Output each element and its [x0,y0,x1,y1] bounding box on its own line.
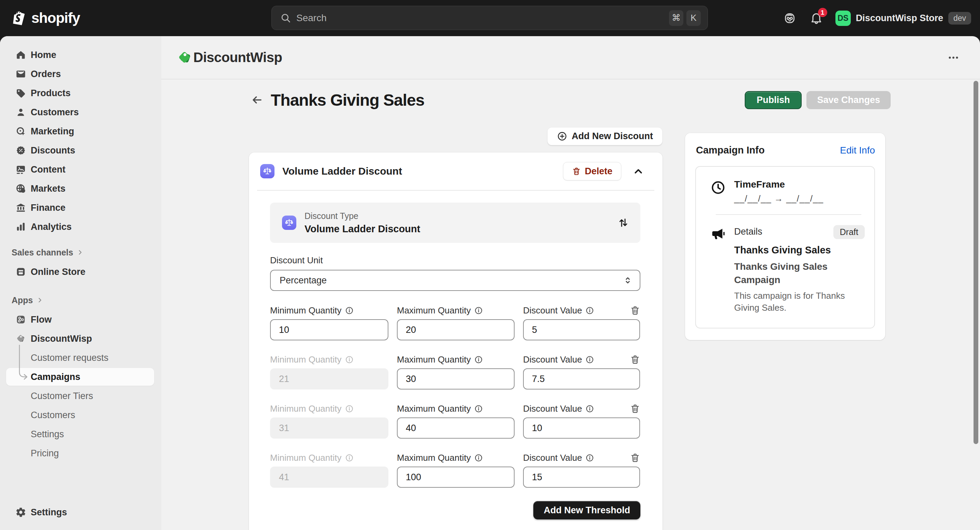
min-quantity-input[interactable] [270,319,388,341]
add-new-discount-button[interactable]: Add New Discount [547,127,663,145]
sidebar-item-finance[interactable]: Finance [0,198,161,217]
max-quantity-input[interactable] [397,368,515,390]
sidebar-item-customers[interactable]: Customers [0,103,161,122]
apps-header[interactable]: Apps [0,293,161,307]
publish-button[interactable]: Publish [745,91,802,109]
threshold-row: Minimum Quantity Maximum Quantity Discou… [270,452,640,488]
divider [716,214,861,215]
discount-card: Volume Ladder Discount Delete [249,153,663,530]
global-search[interactable]: ⌘ K [271,6,708,30]
sidebar-subitem-customer-tiers[interactable]: Customer Tiers [0,387,161,406]
max-quantity-field: Maximum Quantity [397,403,515,439]
shopify-wordmark: shopify [31,10,80,26]
sidebar-item-home[interactable]: Home [0,45,161,64]
discount-card-body: Discount Type Volume Ladder Discount Dis… [249,191,663,530]
sales-channels-header[interactable]: Sales channels [0,245,161,259]
sidebar-item-markets[interactable]: $ Markets [0,179,161,198]
sidebar-item-online-store[interactable]: Online Store [0,262,161,282]
info-icon [345,453,354,463]
discount-value-input[interactable] [523,319,640,341]
shopify-logo[interactable]: shopify [10,8,80,28]
trash-icon [572,167,581,176]
more-menu-button[interactable] [946,50,961,65]
app-title: DiscountWisp [193,50,282,65]
timeframe-value: __/__/__ → __/__/__ [734,193,865,204]
sidebar-main-nav: Home Orders Products Customers Marketing… [0,45,161,236]
vertical-scrollbar[interactable] [974,81,978,444]
flow-app-icon [15,314,26,325]
save-changes-button[interactable]: Save Changes [807,91,891,109]
main-content: DiscountWisp Thanks Giving Sales Publish… [161,36,980,530]
campaign-info-title: Campaign Info [696,145,765,156]
shopify-bag-icon [10,8,28,28]
max-quantity-field: Maximum Quantity [397,304,515,341]
tree-connector [17,345,32,381]
info-icon [585,355,594,364]
content-icon [15,164,26,175]
min-quantity-input [270,368,388,390]
sidebar-item-analytics[interactable]: Analytics [0,217,161,236]
page-title-row: Thanks Giving Sales Publish Save Changes [250,91,891,109]
threshold-rows: Minimum Quantity Maximum Quantity Discou… [270,304,640,488]
sidebar-item-flow[interactable]: Flow [0,310,161,329]
info-icon [474,306,483,315]
min-quantity-input [270,466,388,488]
swap-vertical-icon [617,217,629,229]
discount-value-input[interactable] [523,368,640,390]
status-badge: Draft [834,225,865,239]
min-quantity-input [270,417,388,439]
sidebar-item-orders[interactable]: Orders [0,64,161,84]
discountwisp-logo-icon [176,49,193,66]
campaign-info-panel: Campaign Info Edit Info TimeFrame __/__/… [685,133,885,340]
sidebar-settings-bottom: Settings [0,503,161,522]
sidebar-item-label: Orders [31,69,61,80]
delete-row-icon[interactable] [630,403,640,414]
notifications-button[interactable]: 1 [809,11,824,25]
threshold-row: Minimum Quantity Maximum Quantity Discou… [270,304,640,341]
delete-discount-button[interactable]: Delete [563,162,621,180]
account-menu[interactable]: DS DiscountWisp Store dev [835,11,971,26]
switch-type-button[interactable] [616,215,631,230]
search-input[interactable] [296,13,666,24]
discount-unit-value: Percentage [280,275,327,286]
max-quantity-input[interactable] [397,319,515,341]
target-cursor-icon [15,126,26,137]
delete-row-icon[interactable] [630,354,640,365]
bank-icon [15,202,26,213]
sidebar-item-label: Finance [31,202,65,213]
sidebar-item-content[interactable]: Content [0,160,161,179]
sidebar-item-marketing[interactable]: Marketing [0,122,161,141]
collapse-card-button[interactable] [630,163,646,179]
sidebar-subitem-customers[interactable]: Customers [0,406,161,425]
add-new-threshold-button[interactable]: Add New Threshold [533,501,640,519]
discount-value-field: Discount Value [523,403,640,439]
gear-icon [15,507,26,518]
app-frame: Home Orders Products Customers Marketing… [0,36,980,530]
assistant-button[interactable] [782,11,797,25]
sidebar-sales-channels: Sales channels Online Store [0,245,161,282]
tag-icon [15,88,26,99]
sidebar-item-label: Marketing [31,126,74,137]
home-icon [15,49,26,60]
discount-type-value: Volume Ladder Discount [304,223,420,235]
timeframe-section: TimeFrame __/__/__ → __/__/__ [710,179,865,204]
max-quantity-input[interactable] [397,417,515,439]
info-icon [474,355,483,364]
delete-row-icon[interactable] [630,453,640,463]
sidebar-subitem-settings[interactable]: Settings [0,425,161,444]
max-quantity-input[interactable] [397,466,515,488]
sidebar-subitem-pricing[interactable]: Pricing [0,444,161,463]
edit-info-link[interactable]: Edit Info [840,145,875,156]
back-button[interactable] [250,92,265,107]
sidebar-item-settings[interactable]: Settings [0,503,161,522]
discount-value-input[interactable] [523,417,640,439]
k-key-badge: K [686,10,701,26]
sidebar-item-products[interactable]: Products [0,84,161,103]
max-quantity-field: Maximum Quantity [397,452,515,488]
discount-value-input[interactable] [523,466,640,488]
discount-unit-select[interactable]: Percentage [270,270,640,291]
cmd-key-badge: ⌘ [669,10,683,26]
sidebar-item-discounts[interactable]: Discounts [0,141,161,160]
delete-row-icon[interactable] [630,305,640,316]
scales-icon [260,164,275,178]
